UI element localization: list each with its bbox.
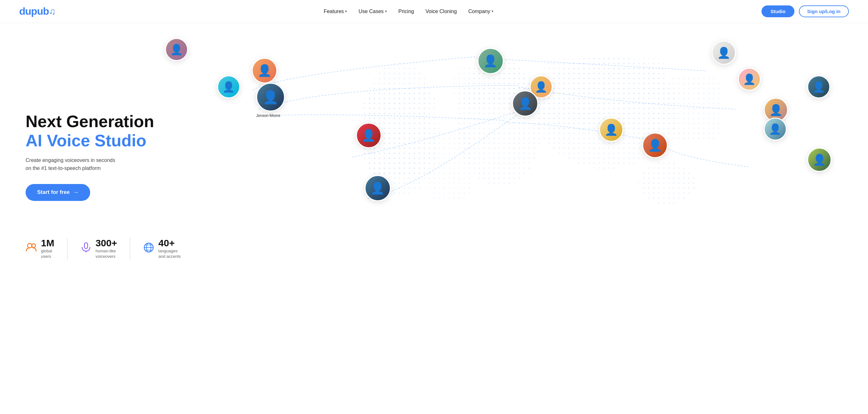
stat-languages-label: languagesand accents (158, 248, 181, 260)
users-icon (26, 242, 37, 255)
music-icon: ♫ (49, 6, 56, 16)
nav-item-pricing[interactable]: Pricing (399, 9, 414, 14)
avatar-jenson: 👤 (256, 83, 285, 111)
chevron-down-icon: ▾ (492, 9, 494, 13)
start-free-button[interactable]: Start for free → (26, 184, 90, 201)
avatar-17: 👤 (365, 175, 391, 201)
avatar-4: 👤 (165, 38, 188, 61)
avatar-jenson-label: Jenson Moore (256, 113, 280, 118)
logo[interactable]: dupub ♫ (19, 5, 56, 17)
mic-icon (80, 242, 92, 255)
avatar-9: 👤 (642, 133, 668, 158)
hero-title-line2: AI Voice Studio (26, 131, 154, 150)
avatar-7: 👤 (512, 91, 538, 116)
chevron-down-icon: ▾ (385, 9, 387, 13)
nav-item-voicecloning[interactable]: Voice Cloning (425, 9, 457, 14)
avatar-15: 👤 (807, 147, 832, 172)
stats-bar: 1M globalusers 300+ human-likevoiceovers (26, 238, 193, 260)
nav-item-usecases[interactable]: Use Cases ▾ (359, 9, 387, 14)
signup-button[interactable]: Sign up/Log in (799, 5, 849, 17)
nav-item-company[interactable]: Company ▾ (468, 9, 493, 14)
avatar-16: 👤 (356, 123, 381, 148)
stat-voiceovers: 300+ human-likevoiceovers (80, 238, 130, 260)
avatar-2: 👤 (217, 75, 240, 98)
svg-rect-8 (429, 130, 471, 201)
chevron-down-icon: ▾ (345, 9, 347, 13)
hero-title-line1: Next Generation (26, 112, 154, 131)
stat-languages: 40+ languagesand accents (143, 238, 193, 260)
globe-icon (143, 242, 154, 255)
stat-users: 1M globalusers (26, 238, 67, 260)
stat-users-label: globalusers (41, 248, 54, 260)
hero-subtitle: Create engaging voiceovers in secondson … (26, 156, 154, 172)
svg-rect-12 (85, 243, 88, 248)
stat-voiceovers-label: human-likevoiceovers (96, 248, 117, 260)
studio-button[interactable]: Studio (762, 5, 795, 17)
avatar-12: 👤 (807, 75, 830, 98)
arrow-icon: → (73, 189, 79, 196)
logo-text: dupub (19, 5, 49, 17)
avatar-10: 👤 (712, 41, 736, 65)
nav-actions: Studio Sign up/Log in (762, 5, 849, 17)
nav-links: Features ▾ Use Cases ▾ Pricing Voice Clo… (324, 9, 494, 14)
svg-rect-9 (667, 76, 720, 141)
avatar-1: 👤 (252, 58, 277, 83)
hero-text-block: Next Generation AI Voice Studio Create e… (26, 112, 154, 201)
avatar-8: 👤 (599, 117, 623, 142)
svg-point-4 (639, 162, 695, 205)
hero-section: .conn-line { stroke: #93c5fd; stroke-wid… (0, 23, 868, 272)
avatar-11: 👤 (738, 68, 761, 91)
avatar-5: 👤 (477, 48, 504, 74)
nav-item-features[interactable]: Features ▾ (324, 9, 347, 14)
navbar: dupub ♫ Features ▾ Use Cases ▾ Pricing V… (0, 0, 868, 23)
